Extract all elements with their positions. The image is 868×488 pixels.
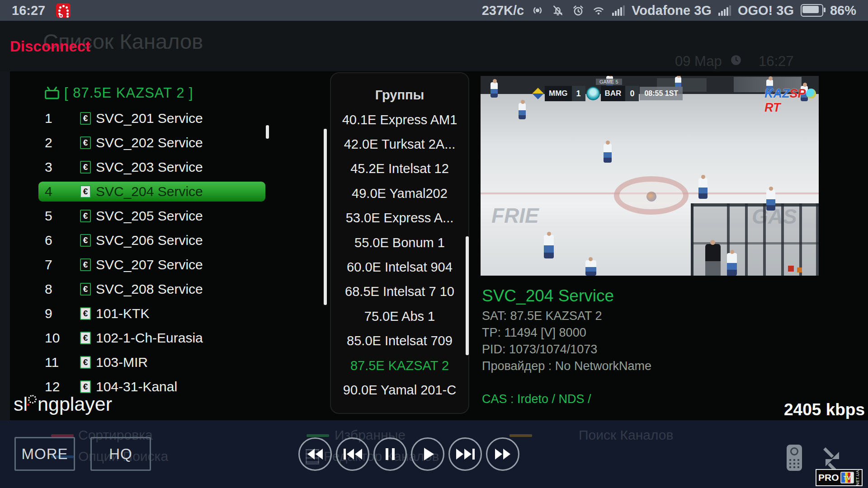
hockey-player: [698, 178, 708, 199]
ghost-line-favorites: [307, 434, 329, 437]
kazsport-logo: KAZSPRT LIVE: [764, 87, 819, 115]
wifi-icon: [592, 4, 605, 17]
channel-number: 2: [38, 135, 80, 150]
pause-button[interactable]: [373, 437, 407, 471]
alarm-icon: [571, 4, 585, 17]
groups-title: Группы: [331, 88, 468, 103]
group-item[interactable]: 53.0E Express A...: [331, 206, 468, 230]
previous-button[interactable]: [336, 437, 369, 471]
channel-number: 6: [38, 233, 80, 248]
channel-row[interactable]: 10 102-1-Ch-Eurasia: [38, 328, 265, 348]
play-button[interactable]: [411, 437, 444, 471]
carrier-1: Vodafone 3G: [632, 3, 712, 18]
next-button[interactable]: [448, 437, 482, 471]
group-item[interactable]: 87.5E KAZSAT 2: [331, 353, 468, 378]
group-item[interactable]: 49.0E Yamal202: [331, 181, 468, 206]
team1-name: MMG: [545, 86, 572, 101]
hockey-player: [604, 144, 612, 163]
team2-name: BAR: [601, 86, 626, 101]
channel-row[interactable]: 2 SVC_202 Service: [38, 133, 265, 153]
referee: [705, 244, 721, 276]
protv-logo: PRO TV NET.UA: [816, 469, 863, 486]
group-item[interactable]: 60.0E Intelsat 904: [331, 255, 468, 279]
channel-row[interactable]: 5 SVC_205 Service: [38, 206, 265, 226]
channel-name: 104-31-Kanal: [96, 379, 177, 394]
sat-info: SAT: 87.5E KAZSAT 2: [482, 309, 602, 323]
tp-info: TP: 11494 [V] 8000: [482, 326, 586, 340]
encrypted-channel-icon: [80, 283, 91, 296]
hq-button[interactable]: HQ: [90, 437, 151, 471]
board-ad-text: FRIE: [491, 203, 539, 228]
channel-number: 1: [38, 111, 80, 126]
video-preview[interactable]: FRIE GAS GAME 5 MMG 1 BAR 0 08:55 1ST: [481, 76, 819, 276]
group-item[interactable]: 42.0E Turksat 2A...: [331, 132, 468, 156]
channel-name: 101-KTK: [96, 306, 149, 321]
channel-row[interactable]: 1 SVC_201 Service: [38, 108, 265, 128]
group-item[interactable]: 75.0E Abs 1: [331, 304, 468, 328]
channel-row[interactable]: 8 SVC_208 Service: [38, 279, 265, 299]
channel-row[interactable]: 7 SVC_207 Service: [38, 255, 265, 275]
hockey-player: [766, 190, 775, 211]
group-item[interactable]: 85.0E Intelsat 709: [331, 329, 468, 353]
service-name: SVC_204 Service: [482, 286, 614, 305]
channel-name: 102-1-Ch-Eurasia: [96, 330, 203, 346]
header-date: 09 Мар: [675, 53, 722, 70]
channel-row[interactable]: 9 101-KTK: [38, 304, 265, 324]
hockey-player: [727, 253, 737, 276]
channel-row[interactable]: 3 SVC_203 Service: [38, 157, 265, 177]
battery-icon: [801, 4, 823, 17]
channel-scrollbar-thumb[interactable]: [266, 125, 269, 139]
channel-name: SVC_203 Service: [96, 160, 203, 175]
channel-number: 8: [38, 282, 80, 297]
group-item[interactable]: 40.1E Express AM1: [331, 108, 468, 132]
groups-scrollbar[interactable]: [466, 236, 469, 355]
channel-group-header: [ 87.5E KAZSAT 2 ]: [64, 85, 193, 101]
status-time: 16:27: [12, 3, 45, 18]
encrypted-channel-icon: [80, 234, 91, 247]
group-item[interactable]: 55.0E Bonum 1: [331, 230, 468, 255]
carrier-2: OGO! 3G: [738, 3, 794, 18]
encrypted-channel-icon: [80, 136, 91, 149]
channel-row[interactable]: 4 SVC_204 Service: [38, 182, 265, 202]
disconnect-button[interactable]: Disconnect: [10, 38, 90, 55]
league-logo-icon: [586, 87, 600, 100]
channel-row[interactable]: 11 103-MIR: [38, 352, 265, 372]
hotspot-icon: [531, 4, 544, 17]
tv-icon: [43, 86, 61, 100]
channel-number: 4: [38, 184, 80, 199]
group-item[interactable]: 45.2E Intelsat 12: [331, 157, 468, 181]
channel-name: SVC_205 Service: [96, 208, 203, 224]
dotted-i-icon: [28, 393, 38, 413]
signal-bars-icon-2: [718, 5, 731, 16]
channel-name: SVC_202 Service: [96, 135, 203, 150]
channel-number: 12: [38, 379, 80, 394]
channel-name: 103-MIR: [96, 355, 148, 370]
channel-row[interactable]: 6 SVC_206 Service: [38, 230, 265, 250]
cas-info: CAS : Irdeto / NDS /: [482, 392, 591, 406]
left-edge-shade: [0, 71, 10, 420]
encrypted-channel-icon: [80, 307, 91, 320]
battery-percent: 86%: [830, 3, 856, 18]
remote-control-icon[interactable]: [787, 445, 802, 471]
channel-scrollbar[interactable]: [324, 129, 327, 305]
slingplayer-logo: sl ngplayer: [14, 393, 112, 415]
channel-name: SVC_201 Service: [96, 111, 203, 126]
channel-number: 7: [38, 257, 80, 272]
team1-logo-icon: [532, 88, 543, 99]
more-button[interactable]: MORE: [14, 437, 75, 471]
channel-number: 5: [38, 208, 80, 224]
group-item[interactable]: 90.0E Yamal 201-C: [331, 378, 468, 402]
data-rate: 237K/c: [482, 3, 524, 18]
screen: 16:27 237K/c Vodafone 3G: [0, 0, 868, 488]
channel-number: 10: [38, 330, 80, 346]
clock-icon: [730, 54, 742, 66]
groups-list: 40.1E Express AM1 42.0E Turksat 2A... 45…: [331, 108, 468, 403]
encrypted-channel-icon: [80, 332, 91, 344]
tv-set-icon: TV: [840, 472, 854, 483]
collapse-icon[interactable]: [823, 446, 846, 472]
fast-forward-button[interactable]: [486, 437, 519, 471]
ghost-menu-channel-search: Поиск Каналов: [579, 427, 673, 443]
group-item[interactable]: 68.5E Intelsat 7 10: [331, 280, 468, 304]
rewind-button[interactable]: [298, 437, 332, 471]
hockey-player: [519, 103, 526, 119]
